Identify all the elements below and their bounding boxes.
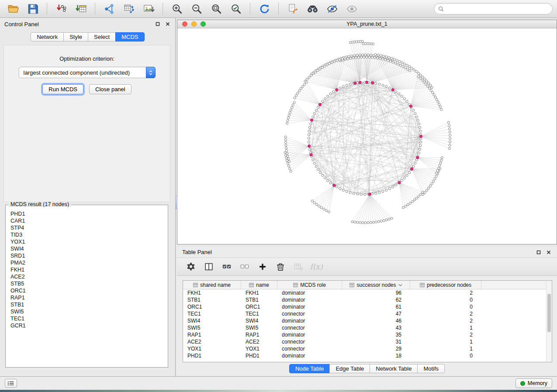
zoom-fit-button[interactable] bbox=[208, 2, 225, 16]
close-panel-button[interactable] bbox=[165, 21, 171, 27]
column-header-predecessor-nodes[interactable]: predecessor nodes bbox=[410, 281, 481, 289]
table-row[interactable]: ORC1ORC1dominator610 bbox=[183, 303, 552, 310]
table-cell: RAP1 bbox=[183, 332, 241, 338]
table-cell: PHD1 bbox=[183, 353, 241, 359]
mcds-result-item[interactable]: FKH1 bbox=[10, 266, 166, 273]
table-cell: SWI4 bbox=[241, 318, 277, 324]
column-header-successor-nodes[interactable]: successor nodes bbox=[342, 281, 410, 289]
close-mcds-panel-button[interactable]: Close panel bbox=[89, 84, 131, 94]
mcds-result-list[interactable]: PHD1CAR1STP4TID3YOX1SWI4SRD1PMA2FKH1ACE2… bbox=[7, 207, 166, 366]
table-row[interactable]: STB1STB1dominator620 bbox=[183, 296, 552, 303]
apply-layout-button[interactable] bbox=[256, 2, 273, 16]
table-cell: 0 bbox=[410, 297, 481, 303]
table-row[interactable]: FKH1FKH1dominator962 bbox=[183, 289, 552, 296]
tab-node-table[interactable]: Node Table bbox=[289, 364, 330, 373]
deselect-all-button[interactable] bbox=[238, 260, 252, 273]
network-window-titlebar[interactable]: YPA_prune.txt_1 bbox=[177, 20, 557, 28]
splitter-grip[interactable] bbox=[175, 196, 177, 209]
export-network-button[interactable] bbox=[100, 2, 118, 16]
float-table-panel-button[interactable] bbox=[536, 249, 542, 255]
scrollbar-thumb[interactable] bbox=[547, 294, 551, 332]
run-mcds-button[interactable]: Run MCDS bbox=[42, 84, 83, 94]
maximize-window-button[interactable] bbox=[201, 21, 206, 27]
select-stepper-icon bbox=[146, 67, 156, 78]
import-table-button[interactable] bbox=[72, 2, 90, 16]
import-network-button[interactable] bbox=[52, 2, 70, 16]
tab-edge-table[interactable]: Edge Table bbox=[329, 364, 370, 373]
mcds-result-item[interactable]: STB1 bbox=[10, 301, 166, 308]
delete-column-button[interactable] bbox=[273, 260, 287, 273]
close-window-button[interactable] bbox=[182, 21, 187, 27]
tab-network-table[interactable]: Network Table bbox=[370, 364, 418, 373]
table-cell: 2 bbox=[410, 311, 481, 317]
status-bar: Memory bbox=[0, 376, 557, 390]
toggle-details-button[interactable] bbox=[323, 2, 341, 16]
table-cell: dominator bbox=[277, 304, 342, 310]
mcds-result-item[interactable]: PHD1 bbox=[10, 210, 166, 217]
table-cell: connector bbox=[277, 339, 342, 345]
memory-button[interactable]: Memory bbox=[515, 378, 552, 388]
search-input[interactable] bbox=[446, 6, 548, 12]
show-columns-button[interactable] bbox=[202, 260, 216, 273]
task-history-button[interactable] bbox=[5, 379, 17, 388]
table-row[interactable]: SWI5SWI5connector431 bbox=[183, 324, 552, 331]
mcds-result-item[interactable]: GCR1 bbox=[10, 322, 166, 329]
table-row[interactable]: YOX1YOX1connector291 bbox=[183, 345, 552, 352]
mcds-result-item[interactable]: ORC1 bbox=[10, 287, 166, 294]
mcds-result-item[interactable]: YOX1 bbox=[10, 238, 166, 245]
close-table-panel-button[interactable] bbox=[546, 249, 552, 255]
tab-style[interactable]: Style bbox=[63, 32, 88, 41]
hide-selected-button[interactable] bbox=[343, 2, 360, 16]
zoom-out-button[interactable] bbox=[188, 2, 205, 16]
mcds-result-item[interactable]: SWI4 bbox=[10, 245, 166, 252]
mcds-result-item[interactable]: TID3 bbox=[10, 231, 166, 238]
open-file-icon bbox=[7, 3, 19, 15]
tab-mcds[interactable]: MCDS bbox=[115, 32, 144, 41]
export-image-icon bbox=[143, 3, 155, 15]
add-column-button[interactable] bbox=[256, 260, 270, 273]
minimize-window-button[interactable] bbox=[191, 21, 197, 27]
table-cell: STB1 bbox=[241, 297, 277, 303]
application-window: Control Panel NetworkStyleSelectMCDS Opt… bbox=[0, 0, 557, 392]
table-row[interactable]: RAP1RAP1dominator352 bbox=[183, 331, 552, 338]
optimization-criterion-select[interactable]: largest connected component (undirected) bbox=[19, 67, 156, 78]
find-button[interactable] bbox=[304, 2, 321, 16]
mcds-result-item[interactable]: SWI5 bbox=[10, 308, 166, 315]
mcds-result-item[interactable]: ACE2 bbox=[10, 273, 166, 280]
save-session-button[interactable] bbox=[24, 2, 42, 16]
table-mode-button[interactable] bbox=[184, 260, 198, 273]
tab-network[interactable]: Network bbox=[31, 32, 64, 41]
table-scrollbar[interactable] bbox=[546, 281, 552, 362]
mcds-result-item[interactable]: CAR1 bbox=[10, 217, 166, 224]
export-table-button[interactable] bbox=[120, 2, 138, 16]
mcds-result-item[interactable]: RAP1 bbox=[10, 294, 166, 301]
table-row[interactable]: SWI4SWI4dominator462 bbox=[183, 317, 552, 324]
open-file-button[interactable] bbox=[4, 2, 22, 16]
column-header-name[interactable]: name bbox=[241, 281, 277, 289]
import-network-icon bbox=[55, 3, 67, 15]
select-all-button[interactable] bbox=[220, 260, 234, 273]
column-type-icon bbox=[349, 283, 354, 287]
table-row[interactable]: PHD1PHD1dominator180 bbox=[183, 352, 552, 359]
zoom-selected-button[interactable] bbox=[227, 2, 245, 16]
tab-motifs[interactable]: Motifs bbox=[417, 364, 445, 373]
table-row[interactable]: TEC1TEC1connector472 bbox=[183, 310, 552, 317]
save-session-icon bbox=[27, 3, 39, 15]
mcds-result-item[interactable]: STP4 bbox=[10, 224, 166, 231]
float-panel-button[interactable] bbox=[155, 21, 161, 27]
column-header-MCDS-role[interactable]: MCDS role bbox=[277, 281, 342, 289]
export-image-button[interactable] bbox=[140, 2, 157, 16]
mcds-result-item[interactable]: PMA2 bbox=[10, 259, 166, 266]
clone-network-button[interactable] bbox=[284, 2, 301, 16]
column-type-icon bbox=[249, 283, 254, 287]
tab-select[interactable]: Select bbox=[88, 32, 116, 41]
network-canvas[interactable] bbox=[177, 28, 557, 244]
table-cell: SWI5 bbox=[183, 325, 241, 331]
column-header-shared-name[interactable]: shared name bbox=[183, 281, 241, 289]
table-row[interactable]: ACE2ACE2connector311 bbox=[183, 338, 552, 345]
search-box[interactable] bbox=[434, 3, 553, 14]
mcds-result-item[interactable]: STB5 bbox=[10, 280, 166, 287]
mcds-result-item[interactable]: TEC1 bbox=[10, 315, 166, 322]
mcds-result-item[interactable]: SRD1 bbox=[10, 252, 166, 259]
zoom-in-button[interactable] bbox=[168, 2, 186, 16]
